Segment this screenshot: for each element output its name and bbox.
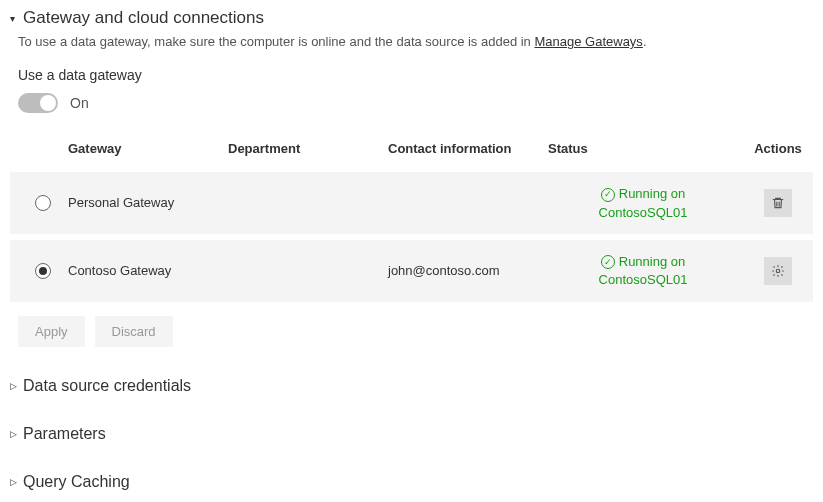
gateway-status: ✓ Running on ContosoSQL01 xyxy=(548,252,738,290)
delete-button[interactable] xyxy=(764,189,792,217)
section-caching-header[interactable]: ▷ Query Caching xyxy=(10,473,813,491)
col-header-contact: Contact information xyxy=(388,141,548,156)
gateway-name: Contoso Gateway xyxy=(68,263,228,278)
gateway-table: Gateway Department Contact information S… xyxy=(10,131,813,302)
settings-button[interactable] xyxy=(764,257,792,285)
trash-icon xyxy=(771,196,785,210)
gateway-contact: john@contoso.com xyxy=(388,263,548,278)
apply-button[interactable]: Apply xyxy=(18,316,85,347)
col-header-actions: Actions xyxy=(738,141,818,156)
use-gateway-toggle[interactable] xyxy=(18,93,58,113)
gateway-name: Personal Gateway xyxy=(68,195,228,210)
col-header-department: Department xyxy=(228,141,388,156)
section-label: Query Caching xyxy=(23,473,130,491)
table-row: Personal Gateway ✓ Running on ContosoSQL… xyxy=(10,166,813,234)
gear-icon xyxy=(771,264,785,278)
table-header-row: Gateway Department Contact information S… xyxy=(10,131,813,166)
col-header-gateway: Gateway xyxy=(68,141,228,156)
section-title: Gateway and cloud connections xyxy=(23,8,264,28)
discard-button[interactable]: Discard xyxy=(95,316,173,347)
section-label: Parameters xyxy=(23,425,106,443)
toggle-knob xyxy=(40,95,56,111)
section-parameters-header[interactable]: ▷ Parameters xyxy=(10,425,813,443)
toggle-label: Use a data gateway xyxy=(18,67,813,83)
section-label: Data source credentials xyxy=(23,377,191,395)
section-credentials-header[interactable]: ▷ Data source credentials xyxy=(10,377,813,395)
col-header-status: Status xyxy=(548,141,738,156)
manage-gateways-link[interactable]: Manage Gateways xyxy=(534,34,642,49)
svg-point-0 xyxy=(776,269,780,273)
table-row: Contoso Gateway john@contoso.com ✓ Runni… xyxy=(10,234,813,302)
gateway-radio[interactable] xyxy=(35,195,51,211)
expand-right-icon: ▷ xyxy=(10,477,19,487)
section-gateway-header[interactable]: ▾ Gateway and cloud connections xyxy=(10,8,813,28)
toggle-state: On xyxy=(70,95,89,111)
check-circle-icon: ✓ xyxy=(601,255,615,269)
expand-right-icon: ▷ xyxy=(10,429,19,439)
collapse-down-icon: ▾ xyxy=(10,13,19,24)
gateway-status: ✓ Running on ContosoSQL01 xyxy=(548,184,738,222)
expand-right-icon: ▷ xyxy=(10,381,19,391)
help-text: To use a data gateway, make sure the com… xyxy=(18,34,813,49)
gateway-radio[interactable] xyxy=(35,263,51,279)
check-circle-icon: ✓ xyxy=(601,188,615,202)
